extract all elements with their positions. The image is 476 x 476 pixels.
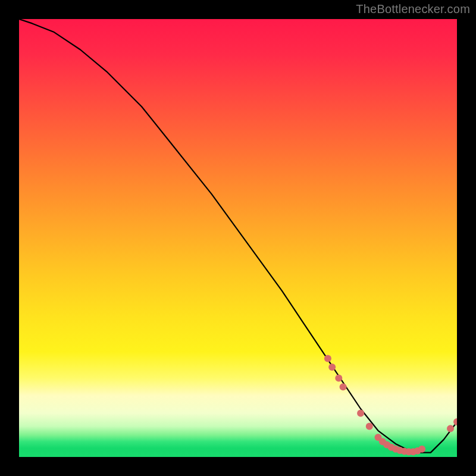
curve-marker [357,409,364,416]
curve-marker [340,383,347,390]
curve-marker [447,425,454,432]
curve-marker [366,423,373,430]
bottleneck-curve [19,19,457,453]
curve-layer [19,19,457,457]
curve-marker [335,375,342,382]
chart-container: TheBottlenecker.com [0,0,476,476]
curve-marker [418,446,425,453]
curve-marker [328,364,336,371]
plot-area [19,19,457,457]
curve-marker [453,418,457,425]
curve-marker [324,355,331,362]
source-label: TheBottlenecker.com [356,2,470,16]
